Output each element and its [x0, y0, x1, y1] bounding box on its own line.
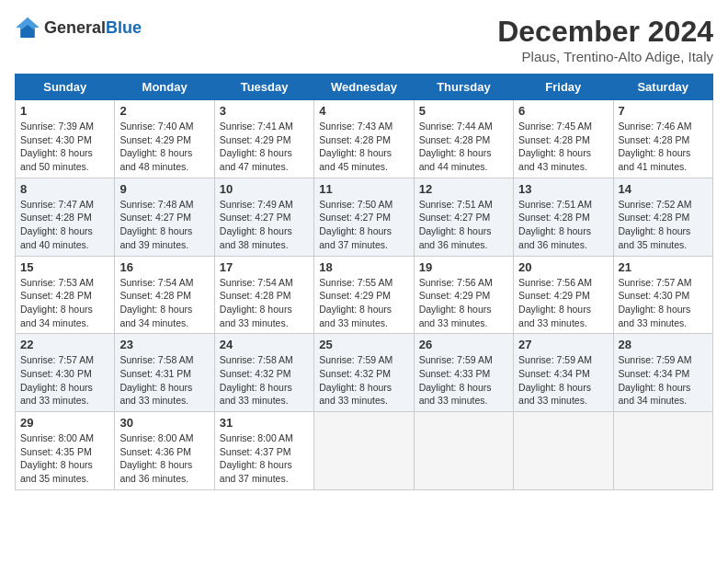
sunrise-text: Sunrise: 7:57 AM: [20, 354, 94, 365]
sunset-text: Sunset: 4:34 PM: [518, 368, 590, 379]
sunrise-text: Sunrise: 7:58 AM: [119, 354, 193, 365]
calendar-table: SundayMondayTuesdayWednesdayThursdayFrid…: [15, 74, 713, 490]
day-number: 27: [518, 338, 608, 351]
sunrise-text: Sunrise: 7:59 AM: [319, 354, 392, 365]
sunset-text: Sunset: 4:36 PM: [119, 446, 191, 457]
daylight-text: Daylight: 8 hours and 44 minutes.: [419, 147, 492, 172]
sunset-text: Sunset: 4:29 PM: [319, 290, 391, 301]
sunset-text: Sunset: 4:27 PM: [220, 212, 291, 223]
daylight-text: Daylight: 8 hours and 45 minutes.: [319, 147, 392, 172]
calendar-cell: 9Sunrise: 7:48 AMSunset: 4:27 PMDaylight…: [115, 178, 214, 256]
day-number: 3: [220, 104, 309, 118]
day-info: Sunrise: 7:51 AMSunset: 4:27 PMDaylight:…: [419, 198, 508, 252]
day-number: 19: [419, 260, 508, 274]
calendar-cell: 8Sunrise: 7:47 AMSunset: 4:28 PMDaylight…: [16, 178, 115, 256]
calendar-cell: 10Sunrise: 7:49 AMSunset: 4:27 PMDayligh…: [214, 178, 313, 256]
calendar-week-1: 1Sunrise: 7:39 AMSunset: 4:30 PMDaylight…: [16, 100, 713, 178]
sunset-text: Sunset: 4:29 PM: [518, 290, 590, 301]
day-number: 13: [518, 182, 608, 196]
calendar-cell: 28Sunrise: 7:59 AMSunset: 4:34 PMDayligh…: [613, 334, 712, 412]
day-number: 7: [619, 104, 708, 118]
sunset-text: Sunset: 4:28 PM: [20, 290, 92, 301]
day-info: Sunrise: 7:56 AMSunset: 4:29 PMDaylight:…: [518, 276, 608, 330]
daylight-text: Daylight: 8 hours and 33 minutes.: [518, 304, 591, 328]
sunrise-text: Sunrise: 7:46 AM: [619, 121, 692, 132]
calendar-cell: 6Sunrise: 7:45 AMSunset: 4:28 PMDaylight…: [514, 100, 613, 178]
day-number: 2: [119, 104, 209, 118]
day-number: 20: [518, 260, 608, 274]
day-info: Sunrise: 8:00 AMSunset: 4:37 PMDaylight:…: [220, 431, 309, 486]
sunset-text: Sunset: 4:34 PM: [619, 368, 690, 379]
calendar-cell: 24Sunrise: 7:58 AMSunset: 4:32 PMDayligh…: [214, 334, 313, 412]
daylight-text: Daylight: 8 hours and 40 minutes.: [20, 225, 93, 250]
sunrise-text: Sunrise: 8:00 AM: [220, 432, 293, 443]
sunrise-text: Sunrise: 7:50 AM: [319, 199, 392, 210]
day-number: 10: [220, 182, 309, 196]
calendar-cell: 11Sunrise: 7:50 AMSunset: 4:27 PMDayligh…: [314, 178, 414, 256]
day-info: Sunrise: 7:59 AMSunset: 4:34 PMDaylight:…: [619, 353, 708, 408]
sunrise-text: Sunrise: 7:49 AM: [220, 199, 293, 210]
daylight-text: Daylight: 8 hours and 37 minutes.: [319, 225, 392, 250]
sunset-text: Sunset: 4:28 PM: [419, 134, 491, 145]
sunset-text: Sunset: 4:28 PM: [119, 290, 191, 301]
calendar-header-row: SundayMondayTuesdayWednesdayThursdayFrid…: [16, 75, 713, 100]
calendar-cell: [514, 412, 613, 490]
day-info: Sunrise: 7:43 AMSunset: 4:28 PMDaylight:…: [319, 120, 408, 174]
sunrise-text: Sunrise: 7:47 AM: [20, 199, 94, 210]
day-number: 21: [619, 260, 708, 274]
calendar-cell: 20Sunrise: 7:56 AMSunset: 4:29 PMDayligh…: [514, 256, 613, 334]
sunset-text: Sunset: 4:30 PM: [619, 290, 690, 301]
sunrise-text: Sunrise: 7:57 AM: [619, 277, 692, 288]
page-header: GeneralBlue December 2024 Plaus, Trentin…: [15, 15, 713, 64]
daylight-text: Daylight: 8 hours and 39 minutes.: [119, 225, 192, 250]
day-number: 30: [119, 416, 209, 430]
sunrise-text: Sunrise: 7:56 AM: [419, 277, 493, 288]
logo-general: General: [44, 18, 106, 37]
sunrise-text: Sunrise: 7:56 AM: [518, 277, 592, 288]
day-number: 12: [419, 182, 508, 196]
logo-icon: [15, 15, 40, 40]
calendar-week-4: 22Sunrise: 7:57 AMSunset: 4:30 PMDayligh…: [16, 334, 713, 412]
day-number: 16: [119, 260, 209, 274]
calendar-cell: 18Sunrise: 7:55 AMSunset: 4:29 PMDayligh…: [314, 256, 414, 334]
day-number: 22: [20, 338, 109, 351]
sunrise-text: Sunrise: 7:51 AM: [518, 199, 592, 210]
day-number: 9: [119, 182, 209, 196]
daylight-text: Daylight: 8 hours and 33 minutes.: [619, 304, 691, 328]
sunset-text: Sunset: 4:28 PM: [518, 134, 590, 145]
day-info: Sunrise: 7:50 AMSunset: 4:27 PMDaylight:…: [319, 198, 408, 252]
col-header-monday: Monday: [115, 75, 214, 100]
sunset-text: Sunset: 4:28 PM: [518, 212, 590, 223]
day-info: Sunrise: 7:45 AMSunset: 4:28 PMDaylight:…: [518, 120, 608, 174]
calendar-cell: 7Sunrise: 7:46 AMSunset: 4:28 PMDaylight…: [613, 100, 712, 178]
calendar-cell: 21Sunrise: 7:57 AMSunset: 4:30 PMDayligh…: [613, 256, 712, 334]
sunset-text: Sunset: 4:28 PM: [220, 290, 291, 301]
calendar-cell: 14Sunrise: 7:52 AMSunset: 4:28 PMDayligh…: [613, 178, 712, 256]
daylight-text: Daylight: 8 hours and 37 minutes.: [220, 459, 292, 484]
calendar-cell: 26Sunrise: 7:59 AMSunset: 4:33 PMDayligh…: [414, 334, 513, 412]
daylight-text: Daylight: 8 hours and 50 minutes.: [20, 147, 93, 172]
col-header-sunday: Sunday: [16, 75, 115, 100]
sunset-text: Sunset: 4:28 PM: [619, 134, 690, 145]
calendar-cell: 5Sunrise: 7:44 AMSunset: 4:28 PMDaylight…: [414, 100, 513, 178]
sunrise-text: Sunrise: 7:51 AM: [419, 199, 493, 210]
day-info: Sunrise: 7:53 AMSunset: 4:28 PMDaylight:…: [20, 276, 109, 330]
day-number: 25: [319, 338, 408, 351]
sunrise-text: Sunrise: 7:53 AM: [20, 277, 94, 288]
calendar-cell: 16Sunrise: 7:54 AMSunset: 4:28 PMDayligh…: [115, 256, 214, 334]
calendar-cell: 17Sunrise: 7:54 AMSunset: 4:28 PMDayligh…: [214, 256, 313, 334]
sunset-text: Sunset: 4:29 PM: [119, 134, 191, 145]
day-info: Sunrise: 7:54 AMSunset: 4:28 PMDaylight:…: [119, 276, 209, 330]
sunset-text: Sunset: 4:32 PM: [220, 368, 291, 379]
col-header-saturday: Saturday: [613, 75, 712, 100]
day-number: 8: [20, 182, 109, 196]
sunset-text: Sunset: 4:28 PM: [319, 134, 391, 145]
day-info: Sunrise: 8:00 AMSunset: 4:35 PMDaylight:…: [20, 431, 109, 486]
sunset-text: Sunset: 4:30 PM: [20, 134, 92, 145]
day-info: Sunrise: 7:55 AMSunset: 4:29 PMDaylight:…: [319, 276, 408, 330]
title-block: December 2024 Plaus, Trentino-Alto Adige…: [497, 15, 713, 64]
day-number: 4: [319, 104, 408, 118]
daylight-text: Daylight: 8 hours and 33 minutes.: [419, 304, 492, 328]
sunrise-text: Sunrise: 7:45 AM: [518, 121, 592, 132]
sunrise-text: Sunrise: 7:52 AM: [619, 199, 692, 210]
